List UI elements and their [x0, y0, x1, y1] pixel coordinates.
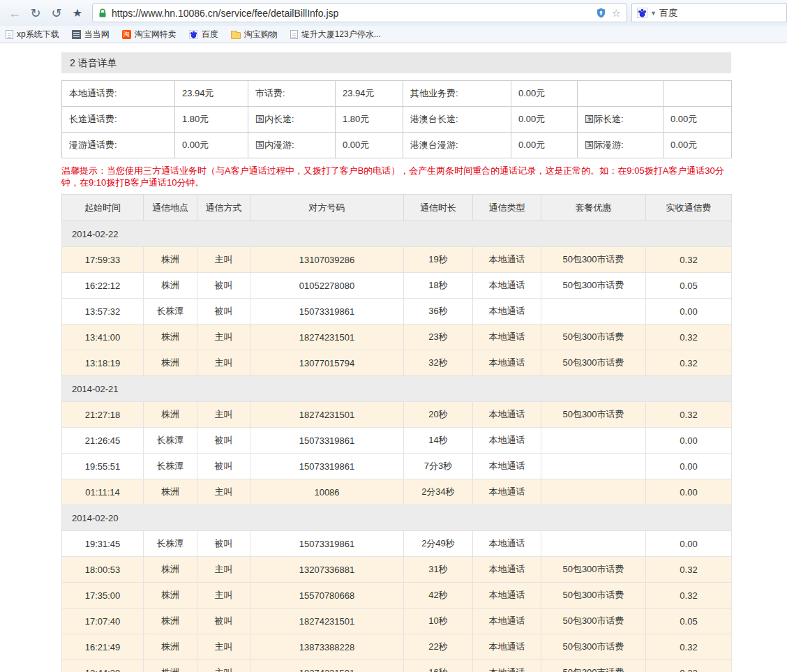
call-time-cell: 21:27:18 — [62, 402, 144, 428]
column-header: 套餐优惠 — [541, 195, 646, 221]
call-number-cell: 15073319861 — [250, 428, 404, 454]
add-favorite-star-icon[interactable]: ☆ — [612, 7, 621, 20]
call-fee-cell: 0.00 — [646, 531, 732, 557]
page-icon — [6, 30, 13, 39]
call-place-cell: 株洲 — [144, 557, 197, 583]
bookmark-label: 淘宝网特卖 — [135, 29, 177, 40]
call-mode-cell: 主叫 — [197, 479, 250, 505]
summary-label-cell: 国内长途: — [248, 107, 336, 133]
fee-summary-table: 本地通话费:23.94元市话费:23.94元其他业务费:0.00元长途通话费:1… — [61, 80, 732, 158]
call-time-cell: 17:35:00 — [62, 583, 144, 608]
date-group-row: 2014-02-20 — [62, 505, 732, 531]
bookmark-item[interactable]: 堤升大厦123户停水... — [290, 29, 381, 40]
chevron-down-icon[interactable]: ▼ — [650, 10, 657, 17]
history-icon[interactable]: ↺ — [46, 3, 67, 24]
call-package-cell — [541, 299, 646, 324]
call-type-cell: 本地通话 — [473, 557, 541, 583]
call-mode-cell: 主叫 — [197, 402, 250, 428]
call-time-cell: 16:22:12 — [62, 273, 144, 299]
call-place-cell: 株洲 — [144, 324, 197, 350]
call-fee-cell: 0.32 — [646, 402, 732, 428]
call-record-row: 17:59:33株洲主叫1310703928619秒本地通话50包300市话费0… — [62, 247, 732, 273]
date-group-header: 2014-02-22 — [62, 221, 732, 247]
bookmark-item[interactable]: 当当网 — [72, 29, 110, 40]
summary-label-cell: 国际漫游: — [578, 133, 664, 158]
summary-value-cell: 0.00元 — [664, 133, 732, 158]
bookmark-label: xp系统下载 — [17, 29, 59, 40]
call-place-cell: 株洲 — [144, 273, 197, 299]
call-mode-cell: 主叫 — [197, 583, 250, 608]
call-fee-cell: 0.05 — [646, 273, 732, 299]
call-type-cell: 本地通话 — [473, 247, 541, 273]
call-package-cell: 50包300市话费 — [541, 634, 646, 660]
https-lock-icon — [98, 8, 107, 18]
call-duration-cell: 36秒 — [404, 299, 473, 324]
column-header: 通信类型 — [473, 195, 541, 221]
call-mode-cell: 主叫 — [197, 350, 250, 376]
summary-value-cell: 0.00元 — [175, 133, 248, 158]
dangdang-favicon-icon — [72, 30, 81, 39]
call-record-row: 21:26:45长株潭被叫1507331986114秒本地通话0.00 — [62, 428, 732, 454]
bookmark-star-icon[interactable]: ★ — [67, 3, 88, 24]
call-place-cell: 长株潭 — [144, 454, 197, 479]
call-type-cell: 本地通话 — [473, 299, 541, 324]
call-package-cell — [541, 428, 646, 454]
call-mode-cell: 主叫 — [197, 247, 250, 273]
bookmark-item[interactable]: 淘淘宝网特卖 — [122, 29, 177, 40]
column-header: 实收通信费 — [646, 195, 732, 221]
browser-search-box[interactable]: ▼ 百度 — [631, 3, 787, 22]
call-mode-cell: 主叫 — [197, 634, 250, 660]
call-record-row: 13:57:32长株潭被叫1507331986136秒本地通话0.00 — [62, 299, 732, 324]
call-fee-cell: 0.32 — [646, 350, 732, 376]
bill-content: 2 语音详单 本地通话费:23.94元市话费:23.94元其他业务费:0.00元… — [61, 43, 731, 672]
date-group-row: 2014-02-21 — [62, 376, 732, 402]
call-duration-cell: 31秒 — [404, 557, 473, 583]
url-text[interactable]: https://www.hn.10086.cn/service/fee/deta… — [112, 8, 592, 19]
call-type-cell: 本地通话 — [473, 350, 541, 376]
bookmark-item[interactable]: xp系统下载 — [6, 29, 59, 40]
summary-row: 本地通话费:23.94元市话费:23.94元其他业务费:0.00元 — [62, 81, 732, 107]
summary-value-cell: 0.00元 — [511, 81, 578, 107]
page-body: 2 语音详单 本地通话费:23.94元市话费:23.94元其他业务费:0.00元… — [0, 43, 787, 672]
call-package-cell: 50包300市话费 — [541, 557, 646, 583]
address-bar[interactable]: https://www.hn.10086.cn/service/fee/deta… — [92, 3, 627, 22]
summary-label-cell: 漫游通话费: — [62, 133, 175, 158]
call-place-cell: 长株潭 — [144, 299, 197, 324]
column-header: 起始时间 — [62, 195, 144, 221]
date-group-header: 2014-02-20 — [62, 505, 732, 531]
address-bar-icons: ☆ — [597, 7, 621, 20]
back-icon[interactable]: ← — [4, 3, 25, 24]
call-record-row: 17:07:40株洲被叫1827423150110秒本地通话50包300市话费0… — [62, 608, 732, 634]
shield-icon[interactable] — [597, 8, 606, 18]
summary-value-cell: 1.80元 — [175, 107, 248, 133]
summary-value-cell: 23.94元 — [336, 81, 403, 107]
call-record-row: 18:00:53株洲主叫1320733688131秒本地通话50包300市话费0… — [62, 557, 732, 583]
call-duration-cell: 42秒 — [404, 583, 473, 608]
call-fee-cell: 0.00 — [646, 454, 732, 479]
call-number-cell: 13873388228 — [250, 634, 404, 660]
call-number-cell: 13077015794 — [250, 350, 404, 376]
summary-value-cell: 23.94元 — [175, 81, 248, 107]
call-place-cell: 株洲 — [144, 247, 197, 273]
call-time-cell: 16:21:49 — [62, 634, 144, 660]
call-number-cell: 01052278080 — [250, 273, 404, 299]
refresh-icon[interactable]: ↻ — [25, 3, 46, 24]
call-package-cell — [541, 479, 646, 505]
column-header: 通信方式 — [197, 195, 250, 221]
summary-value-cell: 1.80元 — [336, 107, 403, 133]
call-number-cell: 18274231501 — [250, 660, 404, 672]
call-place-cell: 株洲 — [144, 660, 197, 672]
summary-label-cell — [578, 81, 664, 107]
call-type-cell: 本地通话 — [473, 531, 541, 557]
call-time-cell: 17:07:40 — [62, 608, 144, 634]
call-record-row: 13:44:38株洲主叫1827423150116秒本地通话50包300市话费0… — [62, 660, 732, 672]
bookmark-item[interactable]: 百度 — [189, 29, 218, 40]
summary-label-cell: 长途通话费: — [62, 107, 175, 133]
call-number-cell: 13207336881 — [250, 557, 404, 583]
bookmark-item[interactable]: 淘宝购物 — [231, 29, 278, 40]
call-package-cell: 50包300市话费 — [541, 350, 646, 376]
folder-icon — [231, 32, 241, 39]
summary-label-cell: 其他业务费: — [403, 81, 511, 107]
call-detail-table: 起始时间通信地点通信方式对方号码通信时长通信类型套餐优惠实收通信费 2014-0… — [61, 194, 732, 672]
call-number-cell: 18274231501 — [250, 324, 404, 350]
